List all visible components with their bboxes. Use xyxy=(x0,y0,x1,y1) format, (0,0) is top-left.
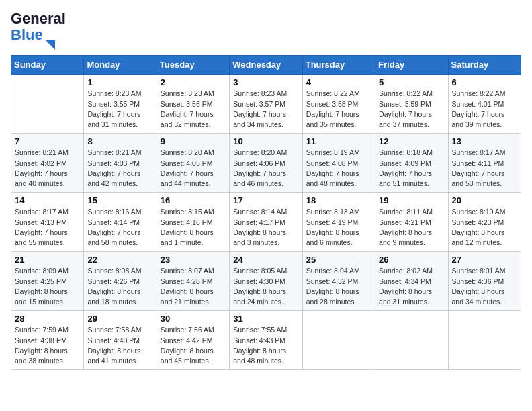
calendar-cell: 12Sunrise: 8:18 AM Sunset: 4:09 PM Dayli… xyxy=(375,134,448,193)
day-number: 6 xyxy=(452,77,517,87)
calendar-header-tuesday: Tuesday xyxy=(157,56,229,75)
day-number: 21 xyxy=(15,255,80,265)
day-info: Sunrise: 8:23 AM Sunset: 3:56 PM Dayligh… xyxy=(161,89,226,130)
calendar-cell: 14Sunrise: 8:17 AM Sunset: 4:13 PM Dayli… xyxy=(11,193,84,252)
day-number: 5 xyxy=(379,77,444,87)
day-number: 31 xyxy=(233,314,298,324)
day-number: 19 xyxy=(379,195,444,205)
day-number: 24 xyxy=(233,255,298,265)
calendar-header-sunday: Sunday xyxy=(11,56,84,75)
calendar-header-friday: Friday xyxy=(375,56,448,75)
day-number: 3 xyxy=(233,77,298,87)
page-header: General Blue xyxy=(11,11,521,50)
day-number: 20 xyxy=(452,195,517,205)
day-number: 28 xyxy=(15,314,80,324)
day-number: 17 xyxy=(233,195,298,205)
logo-text: General Blue xyxy=(11,11,66,43)
day-info: Sunrise: 8:05 AM Sunset: 4:30 PM Dayligh… xyxy=(233,266,298,307)
day-number: 14 xyxy=(15,195,80,205)
calendar-cell: 8Sunrise: 8:21 AM Sunset: 4:03 PM Daylig… xyxy=(84,134,157,193)
day-number: 13 xyxy=(452,136,517,146)
logo-arrow-icon xyxy=(46,40,55,50)
calendar-cell: 15Sunrise: 8:16 AM Sunset: 4:14 PM Dayli… xyxy=(84,193,157,252)
calendar-cell: 10Sunrise: 8:20 AM Sunset: 4:06 PM Dayli… xyxy=(230,134,302,193)
calendar-cell: 26Sunrise: 8:02 AM Sunset: 4:34 PM Dayli… xyxy=(375,252,448,311)
day-number: 22 xyxy=(87,255,152,265)
calendar-cell: 30Sunrise: 7:56 AM Sunset: 4:42 PM Dayli… xyxy=(157,311,229,370)
logo-general: General xyxy=(11,10,66,27)
day-number: 9 xyxy=(161,136,226,146)
calendar-cell: 17Sunrise: 8:14 AM Sunset: 4:17 PM Dayli… xyxy=(230,193,302,252)
day-info: Sunrise: 8:21 AM Sunset: 4:03 PM Dayligh… xyxy=(87,148,152,189)
calendar-cell: 3Sunrise: 8:23 AM Sunset: 3:57 PM Daylig… xyxy=(230,75,302,134)
day-info: Sunrise: 7:58 AM Sunset: 4:40 PM Dayligh… xyxy=(87,325,152,366)
day-number: 10 xyxy=(233,136,298,146)
calendar-cell: 5Sunrise: 8:22 AM Sunset: 3:59 PM Daylig… xyxy=(375,75,448,134)
day-number: 2 xyxy=(161,77,226,87)
calendar-cell: 6Sunrise: 8:22 AM Sunset: 4:01 PM Daylig… xyxy=(448,75,521,134)
day-info: Sunrise: 8:11 AM Sunset: 4:21 PM Dayligh… xyxy=(379,207,444,248)
day-info: Sunrise: 8:22 AM Sunset: 3:58 PM Dayligh… xyxy=(306,89,371,130)
day-number: 8 xyxy=(87,136,152,146)
calendar-week-row: 14Sunrise: 8:17 AM Sunset: 4:13 PM Dayli… xyxy=(11,193,521,252)
logo-blue: Blue xyxy=(11,26,43,43)
calendar-cell: 31Sunrise: 7:55 AM Sunset: 4:43 PM Dayli… xyxy=(230,311,302,370)
calendar-cell: 23Sunrise: 8:07 AM Sunset: 4:28 PM Dayli… xyxy=(157,252,229,311)
day-info: Sunrise: 8:09 AM Sunset: 4:25 PM Dayligh… xyxy=(15,266,80,307)
day-number: 26 xyxy=(379,255,444,265)
calendar-cell xyxy=(11,75,84,134)
calendar-cell: 7Sunrise: 8:21 AM Sunset: 4:02 PM Daylig… xyxy=(11,134,84,193)
day-info: Sunrise: 8:07 AM Sunset: 4:28 PM Dayligh… xyxy=(161,266,226,307)
day-info: Sunrise: 7:56 AM Sunset: 4:42 PM Dayligh… xyxy=(161,325,226,366)
calendar-cell: 4Sunrise: 8:22 AM Sunset: 3:58 PM Daylig… xyxy=(302,75,375,134)
calendar-header-thursday: Thursday xyxy=(302,56,375,75)
day-info: Sunrise: 8:22 AM Sunset: 3:59 PM Dayligh… xyxy=(379,89,444,130)
day-info: Sunrise: 8:13 AM Sunset: 4:19 PM Dayligh… xyxy=(306,207,371,248)
day-info: Sunrise: 8:08 AM Sunset: 4:26 PM Dayligh… xyxy=(87,266,152,307)
calendar-cell: 19Sunrise: 8:11 AM Sunset: 4:21 PM Dayli… xyxy=(375,193,448,252)
day-number: 15 xyxy=(87,195,152,205)
day-info: Sunrise: 8:10 AM Sunset: 4:23 PM Dayligh… xyxy=(452,207,517,248)
day-number: 11 xyxy=(306,136,371,146)
day-number: 27 xyxy=(452,255,517,265)
day-number: 1 xyxy=(87,77,152,87)
calendar-cell: 1Sunrise: 8:23 AM Sunset: 3:55 PM Daylig… xyxy=(84,75,157,134)
calendar-header-monday: Monday xyxy=(84,56,157,75)
day-info: Sunrise: 8:21 AM Sunset: 4:02 PM Dayligh… xyxy=(15,148,80,189)
calendar-table: SundayMondayTuesdayWednesdayThursdayFrid… xyxy=(11,55,521,370)
calendar-week-row: 7Sunrise: 8:21 AM Sunset: 4:02 PM Daylig… xyxy=(11,134,521,193)
calendar-header-row: SundayMondayTuesdayWednesdayThursdayFrid… xyxy=(11,56,521,75)
day-number: 23 xyxy=(161,255,226,265)
day-number: 18 xyxy=(306,195,371,205)
day-number: 16 xyxy=(161,195,226,205)
day-info: Sunrise: 8:04 AM Sunset: 4:32 PM Dayligh… xyxy=(306,266,371,307)
calendar-cell: 13Sunrise: 8:17 AM Sunset: 4:11 PM Dayli… xyxy=(448,134,521,193)
day-info: Sunrise: 8:17 AM Sunset: 4:11 PM Dayligh… xyxy=(452,148,517,189)
calendar-cell xyxy=(302,311,375,370)
calendar-cell: 21Sunrise: 8:09 AM Sunset: 4:25 PM Dayli… xyxy=(11,252,84,311)
calendar-week-row: 28Sunrise: 7:59 AM Sunset: 4:38 PM Dayli… xyxy=(11,311,521,370)
calendar-cell: 18Sunrise: 8:13 AM Sunset: 4:19 PM Dayli… xyxy=(302,193,375,252)
calendar-header-saturday: Saturday xyxy=(448,56,521,75)
day-info: Sunrise: 8:18 AM Sunset: 4:09 PM Dayligh… xyxy=(379,148,444,189)
day-info: Sunrise: 7:59 AM Sunset: 4:38 PM Dayligh… xyxy=(15,325,80,366)
calendar-cell: 2Sunrise: 8:23 AM Sunset: 3:56 PM Daylig… xyxy=(157,75,229,134)
day-info: Sunrise: 8:16 AM Sunset: 4:14 PM Dayligh… xyxy=(87,207,152,248)
calendar-header-wednesday: Wednesday xyxy=(230,56,302,75)
logo: General Blue xyxy=(11,11,66,50)
day-number: 7 xyxy=(15,136,80,146)
calendar-cell: 9Sunrise: 8:20 AM Sunset: 4:05 PM Daylig… xyxy=(157,134,229,193)
day-info: Sunrise: 8:20 AM Sunset: 4:05 PM Dayligh… xyxy=(161,148,226,189)
calendar-cell: 24Sunrise: 8:05 AM Sunset: 4:30 PM Dayli… xyxy=(230,252,302,311)
day-info: Sunrise: 8:17 AM Sunset: 4:13 PM Dayligh… xyxy=(15,207,80,248)
calendar-cell: 29Sunrise: 7:58 AM Sunset: 4:40 PM Dayli… xyxy=(84,311,157,370)
day-info: Sunrise: 8:01 AM Sunset: 4:36 PM Dayligh… xyxy=(452,266,517,307)
day-number: 25 xyxy=(306,255,371,265)
day-number: 30 xyxy=(161,314,226,324)
calendar-cell: 22Sunrise: 8:08 AM Sunset: 4:26 PM Dayli… xyxy=(84,252,157,311)
day-info: Sunrise: 8:20 AM Sunset: 4:06 PM Dayligh… xyxy=(233,148,298,189)
calendar-week-row: 21Sunrise: 8:09 AM Sunset: 4:25 PM Dayli… xyxy=(11,252,521,311)
day-info: Sunrise: 8:02 AM Sunset: 4:34 PM Dayligh… xyxy=(379,266,444,307)
calendar-cell: 16Sunrise: 8:15 AM Sunset: 4:16 PM Dayli… xyxy=(157,193,229,252)
day-info: Sunrise: 8:23 AM Sunset: 3:57 PM Dayligh… xyxy=(233,89,298,130)
